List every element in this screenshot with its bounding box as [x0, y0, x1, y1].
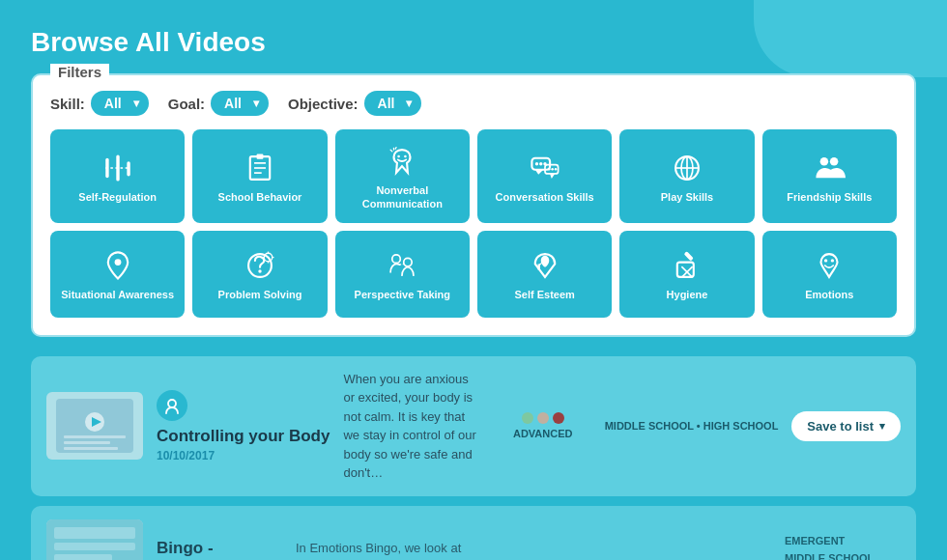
svg-rect-55	[54, 543, 135, 550]
skill-card-perspective-taking[interactable]: Perspective Taking	[335, 231, 470, 318]
svg-point-10	[404, 155, 407, 158]
skill-name-situational-awareness: Situational Awareness	[61, 288, 174, 301]
emotions-icon	[813, 249, 846, 282]
objective-select-btn[interactable]: All	[364, 91, 422, 116]
skill-name-hygiene: Hygiene	[667, 288, 708, 301]
nonverbal-communication-icon	[386, 145, 418, 178]
thumbnail-icon-2	[46, 519, 143, 560]
svg-point-29	[830, 157, 839, 166]
video-card-1: Controlling your Body 10/10/2017 When yo…	[31, 356, 916, 496]
skill-card-friendship-skills[interactable]: Friendship Skills	[762, 129, 897, 223]
svg-point-21	[548, 168, 551, 171]
blob-decoration	[754, 0, 947, 77]
svg-point-9	[398, 155, 401, 158]
level-label-1: ADVANCED	[513, 428, 573, 439]
skill-card-school-behavior[interactable]: School Behavior	[192, 129, 327, 223]
skill-select-btn[interactable]: All	[91, 91, 149, 116]
skill-name-friendship-skills: Friendship Skills	[787, 190, 872, 204]
skill-name-self-regulation: Self-Regulation	[78, 190, 157, 204]
goal-label: Goal:	[168, 96, 205, 112]
video-thumbnail-2	[46, 519, 143, 560]
conversation-skills-icon	[529, 152, 561, 184]
skill-card-self-regulation[interactable]: Self-Regulation	[50, 129, 185, 223]
objective-label: Objective:	[288, 96, 359, 112]
level-dots-1	[522, 412, 564, 424]
svg-rect-8	[257, 154, 264, 159]
skill-select-wrapper[interactable]: All	[91, 91, 149, 116]
svg-point-39	[404, 259, 413, 267]
svg-point-45	[831, 260, 834, 263]
skill-name-self-esteem: Self Esteem	[514, 288, 574, 301]
skill-name-conversation-skills: Conversation Skills	[496, 190, 594, 204]
video-level-section-1: ADVANCED	[495, 412, 591, 439]
svg-rect-56	[54, 554, 112, 560]
svg-point-23	[554, 168, 557, 171]
objective-select-wrapper[interactable]: All	[364, 91, 422, 116]
svg-rect-51	[64, 447, 118, 450]
skill-card-nonverbal-communication[interactable]: Nonverbal Communication	[335, 129, 470, 223]
svg-point-30	[114, 260, 121, 266]
grade-label-1: MIDDLE SCHOOL • HIGH SCHOOL	[605, 420, 779, 432]
skill-card-hygiene[interactable]: Hygiene	[619, 231, 754, 318]
grade-label-2: MIDDLE SCHOOL	[785, 552, 874, 560]
filters-panel: Filters Skill: All Goal: All Objective: …	[31, 73, 916, 337]
save-to-list-button-1[interactable]: Save to list	[791, 411, 901, 441]
video-title-2: Bingo -	[157, 539, 214, 557]
problem-solving-icon	[244, 249, 276, 282]
video-meta-1: Controlling your Body 10/10/2017	[157, 390, 330, 462]
svg-point-22	[551, 168, 554, 171]
friendship-skills-icon	[813, 152, 846, 184]
hygiene-icon	[671, 249, 703, 282]
self-regulation-icon	[101, 152, 134, 184]
svg-point-17	[539, 162, 542, 165]
filter-skill-group: Skill: All	[50, 91, 149, 116]
svg-rect-49	[64, 435, 126, 438]
skill-card-emotions[interactable]: Emotions	[762, 231, 897, 318]
school-behavior-icon	[244, 152, 276, 184]
skill-label: Skill:	[50, 96, 85, 112]
thumbnail-icon-1	[56, 399, 133, 453]
svg-marker-15	[534, 170, 543, 175]
grade-section-2: EMERGENT MIDDLE SCHOOL	[785, 531, 901, 560]
skill-card-self-esteem[interactable]: Self Esteem	[477, 231, 612, 318]
skills-grid: Self-Regulation School Behavior	[50, 129, 897, 318]
video-category-icon	[157, 390, 187, 421]
svg-line-11	[390, 150, 392, 152]
svg-rect-50	[64, 441, 110, 444]
goal-select-wrapper[interactable]: All	[211, 91, 269, 116]
self-esteem-icon	[529, 249, 561, 282]
svg-line-13	[396, 148, 397, 150]
content-area: Controlling your Body 10/10/2017 When yo…	[31, 349, 916, 560]
svg-marker-20	[550, 174, 555, 179]
perspective-taking-icon	[386, 249, 418, 282]
skill-card-play-skills[interactable]: Play Skills	[619, 129, 754, 223]
skill-name-emotions: Emotions	[805, 288, 853, 301]
dot-1-2	[537, 412, 549, 424]
svg-point-32	[258, 270, 261, 273]
filter-objective-group: Objective: All	[288, 91, 421, 116]
dot-1-1	[522, 412, 533, 424]
skill-name-perspective-taking: Perspective Taking	[355, 288, 450, 301]
video-card-2: Bingo - In Emotions Bingo, we look at EM…	[31, 506, 916, 560]
svg-rect-54	[54, 527, 135, 539]
video-date-1: 10/10/2017	[157, 449, 330, 462]
video-title-1: Controlling your Body	[157, 427, 330, 446]
skill-name-nonverbal-communication: Nonverbal Communication	[343, 183, 462, 211]
level-label-2: EMERGENT	[785, 535, 845, 546]
situational-awareness-icon	[101, 249, 134, 282]
play-skills-icon	[671, 152, 703, 184]
filter-row: Skill: All Goal: All Objective: All	[50, 91, 897, 116]
skill-card-problem-solving[interactable]: Problem Solving	[192, 231, 327, 318]
video-thumbnail-1	[46, 392, 143, 460]
svg-point-16	[534, 162, 537, 165]
svg-point-52	[168, 400, 176, 407]
skill-card-situational-awareness[interactable]: Situational Awareness	[50, 231, 185, 318]
svg-rect-40	[684, 252, 694, 262]
svg-point-28	[820, 157, 829, 166]
category-icon-svg	[163, 397, 181, 414]
video-desc-2: In Emotions Bingo, we look at	[296, 539, 771, 558]
skill-card-conversation-skills[interactable]: Conversation Skills	[477, 129, 612, 223]
goal-select-btn[interactable]: All	[211, 91, 269, 116]
dot-1-3	[553, 412, 564, 424]
filters-label: Filters	[50, 64, 109, 80]
